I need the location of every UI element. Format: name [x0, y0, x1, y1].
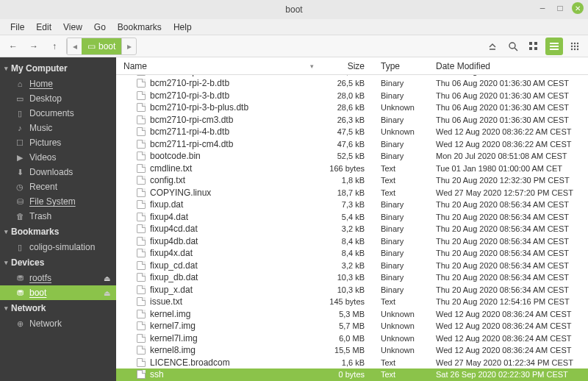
file-row[interactable]: fixup4db.dat8,4 kBBinaryThu 20 Aug 2020 … — [116, 235, 588, 248]
maximize-button[interactable]: □ — [554, 2, 566, 14]
path-previous-icon[interactable]: ◂ — [67, 38, 82, 54]
folder-icon: ▯ — [15, 243, 25, 252]
file-row[interactable]: LICENCE.broadcom1,6 kBTextWed 27 May 202… — [116, 357, 588, 369]
sort-indicator-icon: ▾ — [310, 63, 314, 70]
sidebar-item-pictures[interactable]: ☐Pictures — [0, 135, 116, 150]
file-row[interactable]: issue.txt145 bytesTextThu 20 Aug 2020 12… — [116, 296, 588, 308]
sidebar-item-music[interactable]: ♪Music — [0, 121, 116, 135]
file-date: Thu 20 Aug 2020 08:56:34 AM CEST — [430, 237, 588, 246]
menu-bookmarks[interactable]: Bookmarks — [112, 21, 168, 34]
menu-edit[interactable]: Edit — [30, 21, 57, 34]
file-icon — [137, 273, 146, 282]
eject-icon[interactable]: ⏏ — [104, 289, 110, 297]
file-icon — [137, 334, 146, 343]
file-row[interactable]: fixup4cd.dat3,2 kBBinaryThu 20 Aug 2020 … — [116, 223, 588, 235]
sidebar-item-label: Desktop — [29, 93, 62, 104]
file-list[interactable]: bcm2708-rpi-cm.dtb24,8 kBUnknownThu 06 A… — [116, 75, 588, 381]
sidebar-item-home[interactable]: ⌂Home — [0, 76, 116, 91]
compact-view-button[interactable] — [566, 38, 584, 55]
minimize-button[interactable]: – — [537, 2, 548, 14]
list-view-button[interactable] — [545, 38, 563, 55]
path-next-icon[interactable]: ▸ — [121, 38, 136, 54]
sidebar-section-header[interactable]: ▾Devices — [0, 254, 116, 271]
file-size: 26,3 kB — [320, 115, 375, 124]
file-row[interactable]: kernel8.img15,5 MBUnknownWed 12 Aug 2020… — [116, 344, 588, 357]
column-name[interactable]: Name▾ — [116, 61, 320, 71]
sidebar-item-downloads[interactable]: ⬇Downloads — [0, 165, 116, 179]
file-size: 52,5 kB — [320, 152, 375, 160]
eject-icon[interactable]: ⏏ — [104, 274, 110, 282]
file-row[interactable]: kernel7.img5,7 MBUnknownWed 12 Aug 2020 … — [116, 320, 588, 332]
file-row[interactable]: bcm2710-rpi-3-b.dtb28,0 kBBinaryThu 06 A… — [116, 90, 588, 102]
svg-rect-3 — [534, 42, 537, 45]
back-button[interactable]: ← — [4, 38, 22, 55]
file-row[interactable]: COPYING.linux18,7 kBTextWed 27 May 2020 … — [116, 187, 588, 199]
titlebar[interactable]: boot – □ ✕ — [0, 0, 588, 19]
file-row[interactable]: bootcode.bin52,5 kBBinaryMon 20 Jul 2020… — [116, 150, 588, 163]
file-name: bootcode.bin — [150, 151, 201, 161]
file-row[interactable]: ssh0 bytesTextSat 26 Sep 2020 02:22:30 P… — [116, 368, 588, 381]
file-row[interactable]: fixup4x.dat8,4 kBBinaryThu 20 Aug 2020 0… — [116, 247, 588, 260]
file-type: Binary — [375, 91, 430, 100]
path-segment-current[interactable]: ▭ boot — [82, 38, 121, 54]
file-row[interactable]: fixup.dat7,3 kBBinaryThu 20 Aug 2020 08:… — [116, 199, 588, 211]
file-row[interactable]: cmdline.txt166 bytesTextTue 01 Jan 1980 … — [116, 163, 588, 175]
sidebar-item-file-system[interactable]: ⛁File System — [0, 194, 116, 209]
file-name: fixup.dat — [150, 199, 183, 210]
sidebar-item-label: Recent — [29, 182, 57, 192]
menu-view[interactable]: View — [57, 21, 88, 34]
file-name: ssh — [150, 369, 164, 380]
file-row[interactable]: kernel.img5,3 MBUnknownWed 12 Aug 2020 0… — [116, 308, 588, 321]
toggle-location-button[interactable] — [484, 38, 501, 55]
menu-help[interactable]: Help — [168, 21, 198, 34]
sidebar-item-label: Home — [29, 79, 53, 89]
sidebar-section-header[interactable]: ▾Network — [0, 300, 116, 316]
svg-rect-2 — [529, 42, 532, 45]
sidebar-item-desktop[interactable]: ▭Desktop — [0, 91, 116, 106]
up-button[interactable]: ↑ — [46, 38, 63, 55]
svg-point-14 — [577, 45, 578, 46]
file-name: fixup4db.dat — [150, 236, 198, 246]
file-row[interactable]: config.txt1,8 kBTextThu 20 Aug 2020 12:3… — [116, 174, 588, 187]
menu-file[interactable]: File — [4, 21, 30, 34]
sidebar-item-trash[interactable]: 🗑Trash — [0, 209, 116, 224]
sidebar-item-videos[interactable]: ▶Videos — [0, 150, 116, 165]
sidebar-item-network[interactable]: ⊕Network — [0, 316, 116, 331]
forward-button[interactable]: → — [25, 38, 43, 55]
sidebar-item-documents[interactable]: ▯Documents — [0, 106, 116, 121]
column-date[interactable]: Date Modified — [430, 61, 588, 71]
menu-go[interactable]: Go — [88, 21, 112, 34]
column-type[interactable]: Type — [375, 61, 430, 71]
svg-rect-5 — [534, 47, 537, 50]
svg-point-9 — [571, 42, 573, 43]
file-icon — [137, 261, 146, 270]
file-row[interactable]: kernel7l.img6,0 MBUnknownWed 12 Aug 2020… — [116, 332, 588, 345]
window-controls: – □ ✕ — [537, 2, 584, 14]
sidebar-section-header[interactable]: ▾Bookmarks — [0, 224, 116, 240]
file-icon — [137, 370, 146, 379]
close-button[interactable]: ✕ — [572, 2, 584, 14]
file-row[interactable]: bcm2711-rpi-4-b.dtb47,5 kBUnknownWed 12 … — [116, 126, 588, 138]
search-button[interactable] — [504, 38, 522, 55]
file-row[interactable]: fixup_db.dat10,3 kBBinaryThu 20 Aug 2020… — [116, 271, 588, 284]
file-row[interactable]: bcm2710-rpi-2-b.dtb26,5 kBBinaryThu 06 A… — [116, 77, 588, 90]
sidebar-item-label: Trash — [29, 211, 51, 221]
sidebar-section-header[interactable]: ▾My Computer — [0, 60, 116, 76]
file-size: 18,7 kB — [320, 188, 375, 197]
sidebar-item-coligo-simulation[interactable]: ▯coligo-simulation — [0, 240, 116, 254]
file-row[interactable]: fixup_cd.dat3,2 kBBinaryThu 20 Aug 2020 … — [116, 260, 588, 272]
svg-point-16 — [574, 48, 576, 49]
sidebar-item-boot[interactable]: ⛃boot⏏ — [0, 285, 116, 300]
file-row[interactable]: fixup4.dat5,4 kBBinaryThu 20 Aug 2020 08… — [116, 211, 588, 224]
column-size[interactable]: Size — [320, 61, 375, 71]
sidebar-item-recent[interactable]: ◷Recent — [0, 179, 116, 194]
file-row[interactable]: bcm2710-rpi-cm3.dtb26,3 kBBinaryThu 06 A… — [116, 114, 588, 127]
icon-view-button[interactable] — [525, 38, 542, 55]
file-type: Text — [375, 358, 430, 367]
path-bar[interactable]: ◂ ▭ boot ▸ — [66, 38, 137, 55]
file-row[interactable]: bcm2711-rpi-cm4.dtb47,6 kBBinaryWed 12 A… — [116, 138, 588, 151]
sidebar-item-rootfs[interactable]: ⛃rootfs⏏ — [0, 271, 116, 285]
file-row[interactable]: fixup_x.dat10,3 kBBinaryThu 20 Aug 2020 … — [116, 284, 588, 296]
file-row[interactable]: bcm2710-rpi-3-b-plus.dtb28,6 kBUnknownTh… — [116, 102, 588, 114]
file-size: 145 bytes — [320, 297, 375, 306]
